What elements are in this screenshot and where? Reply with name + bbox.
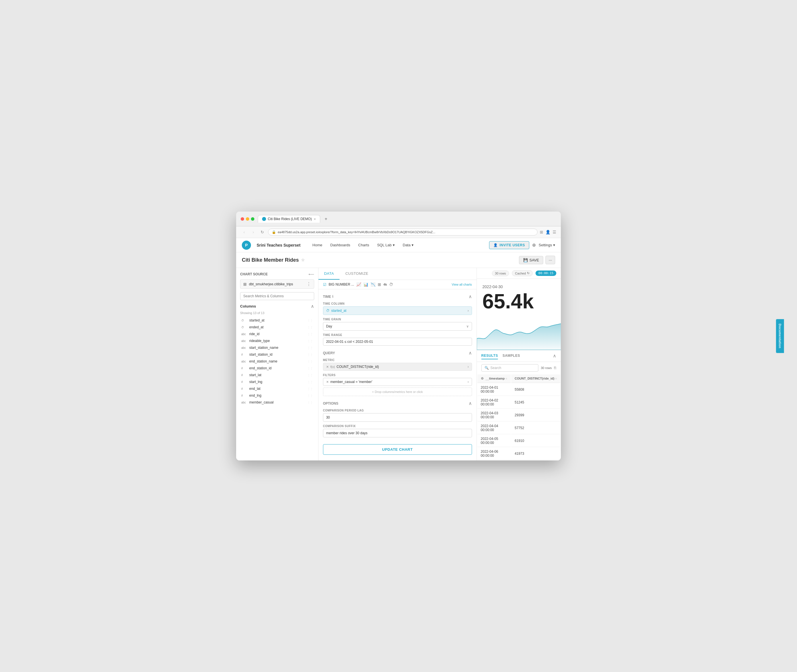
comparison-lag-field: COMPARISON PERIOD LAG <box>323 409 472 422</box>
list-item[interactable]: # end_lng ⋮⋮ <box>240 392 314 399</box>
copy-results-icon[interactable]: ⎘ <box>554 366 556 370</box>
drag-handle-icon[interactable]: ⋮⋮ <box>307 339 313 342</box>
metric-value[interactable]: ✕ f(x) COUNT_DISTINCT(ride_id) › <box>323 363 472 371</box>
datasource-more-icon[interactable]: ⋮ <box>306 281 311 287</box>
line-chart-icon[interactable]: 📈 <box>356 282 361 287</box>
results-rows-count: 30 rows <box>540 366 552 370</box>
bar-chart-icon[interactable]: 📊 <box>364 282 368 287</box>
list-item[interactable]: # start_lat ⋮⋮ <box>240 371 314 378</box>
columns-collapse-icon[interactable]: ∧ <box>311 304 314 309</box>
drag-handle-icon[interactable]: ⋮⋮ <box>307 353 313 356</box>
nav-home[interactable]: Home <box>309 241 326 249</box>
forward-button[interactable]: › <box>250 229 257 235</box>
close-button[interactable] <box>241 217 244 221</box>
cell-count: 29399 <box>511 409 560 421</box>
minimize-button[interactable] <box>246 217 249 221</box>
drag-handle-icon[interactable]: ⋮⋮ <box>307 346 313 349</box>
results-search-box[interactable]: 🔍 Search <box>481 364 538 371</box>
results-tabs: RESULTS SAMPLES <box>481 352 520 359</box>
drag-handle-icon[interactable]: ⋮⋮ <box>307 387 313 390</box>
new-tab-button[interactable]: + <box>325 216 327 222</box>
chart-type-checkbox[interactable]: ☑ <box>323 282 326 287</box>
drag-handle-icon[interactable]: ⋮⋮ <box>307 319 313 322</box>
favorite-icon[interactable]: ☆ <box>301 258 305 262</box>
options-section: Options ∧ COMPARISON PERIOD LAG COMPARIS… <box>323 401 472 437</box>
list-item[interactable]: abc rideable_type ⋮⋮ <box>240 338 314 344</box>
remove-filter-icon[interactable]: ✕ <box>326 380 329 384</box>
menu-icon[interactable]: ☰ <box>553 230 556 234</box>
settings-button[interactable]: Settings ▾ <box>539 243 555 247</box>
grid-icon: ⊞ <box>243 282 247 286</box>
tab-results[interactable]: RESULTS <box>481 352 498 359</box>
area-chart-icon[interactable]: 📉 <box>370 282 375 287</box>
options-section-header: Options ∧ <box>323 401 472 406</box>
drag-handle-icon[interactable]: ⋮⋮ <box>307 333 313 336</box>
tab-data[interactable]: DATA <box>319 268 340 280</box>
back-button[interactable]: ‹ <box>241 229 247 235</box>
drag-handle-icon[interactable]: ⋮⋮ <box>307 367 313 370</box>
sort-icon[interactable]: ≡ <box>555 377 557 380</box>
time-range-label: TIME RANGE <box>323 333 472 336</box>
tab-customize[interactable]: CUSTOMIZE <box>340 268 374 280</box>
list-item[interactable]: # start_station_id ⋮⋮ <box>240 351 314 358</box>
nav-data[interactable]: Data ▾ <box>399 241 417 249</box>
update-chart-button[interactable]: UPDATE CHART <box>323 444 472 455</box>
list-item[interactable]: # end_lat ⋮⋮ <box>240 385 314 392</box>
remove-metric-icon[interactable]: ✕ <box>326 365 329 369</box>
filter-value[interactable]: ✕ member_casual = 'member' › <box>323 378 472 386</box>
add-icon[interactable]: ⊕ <box>532 242 536 248</box>
list-item[interactable]: ⏱ ended_at ⋮⋮ <box>240 324 314 331</box>
viz-panel: 30 rows Cached ↻ 00:00:15 2022-04-30 65.… <box>477 268 561 460</box>
tab-samples[interactable]: SAMPLES <box>502 352 520 359</box>
number-icon[interactable]: 4k <box>383 283 387 286</box>
drag-handle-icon[interactable]: ⋮⋮ <box>307 374 313 377</box>
comparison-lag-input[interactable] <box>323 413 472 422</box>
list-item[interactable]: # end_station_id ⋮⋮ <box>240 365 314 371</box>
refresh-button[interactable]: ↻ <box>259 229 266 235</box>
options-collapse-icon[interactable]: ∧ <box>468 401 472 406</box>
viz-date: 2022-04-30 <box>483 285 555 289</box>
nav-charts[interactable]: Charts <box>355 241 372 249</box>
comparison-suffix-input[interactable] <box>323 429 472 437</box>
filter-drop-zone[interactable]: + Drop columns/metrics here or click <box>323 387 472 396</box>
time-collapse-icon[interactable]: ∧ <box>468 294 472 299</box>
collapse-results-icon[interactable]: ∧ <box>553 353 556 358</box>
list-item[interactable]: abc ride_id ⋮⋮ <box>240 331 314 338</box>
more-options-button[interactable]: ··· <box>545 256 555 264</box>
tab-close-icon[interactable]: ✕ <box>314 218 316 221</box>
list-item[interactable]: ⏱ started_at ⋮⋮ <box>240 317 314 324</box>
datasource-row[interactable]: ⊞ dbt_smukherjee.citibike_trips ⋮ <box>240 279 314 289</box>
query-collapse-icon[interactable]: ∧ <box>468 350 472 356</box>
list-item[interactable]: # start_lng ⋮⋮ <box>240 378 314 385</box>
col-name-label: end_station_name <box>249 359 305 363</box>
drag-handle-icon[interactable]: ⋮⋮ <box>307 394 313 397</box>
clock-chart-icon[interactable]: ⏱ <box>389 282 393 287</box>
extensions-icon[interactable]: ⊞ <box>540 230 543 234</box>
invite-users-button[interactable]: 👤 INVITE USERS <box>489 241 529 249</box>
list-item[interactable]: abc start_station_name ⋮⋮ <box>240 344 314 351</box>
drag-handle-icon[interactable]: ⋮⋮ <box>307 381 313 384</box>
nav-sql-lab[interactable]: SQL Lab ▾ <box>374 241 398 249</box>
profile-icon[interactable]: 👤 <box>545 230 550 234</box>
table-chart-icon[interactable]: ⊞ <box>378 282 381 287</box>
list-item[interactable]: abc end_station_name ⋮⋮ <box>240 358 314 365</box>
save-button[interactable]: 💾 SAVE <box>519 256 544 264</box>
nav-dashboards[interactable]: Dashboards <box>327 241 354 249</box>
refresh-icon[interactable]: ↻ <box>527 271 529 275</box>
time-range-value[interactable]: 2022-04-01 ≤ col < 2022-05-01 <box>323 338 472 346</box>
drag-handle-icon[interactable]: ⋮⋮ <box>307 401 313 404</box>
time-range-field: TIME RANGE 2022-04-01 ≤ col < 2022-05-01 <box>323 333 472 346</box>
search-metrics-input[interactable] <box>240 292 314 300</box>
fullscreen-button[interactable] <box>251 217 254 221</box>
drag-handle-icon[interactable]: ⋮⋮ <box>307 326 313 329</box>
tab-favicon <box>262 217 266 221</box>
time-column-value[interactable]: ⏱ started_at › <box>323 306 472 315</box>
url-bar[interactable]: 🔒 ea4875dd.us2a.app.preset.io/explore/?f… <box>268 229 537 235</box>
time-grain-select[interactable]: Day ∨ <box>323 322 472 331</box>
drag-handle-icon[interactable]: ⋮⋮ <box>307 360 313 363</box>
browser-tab[interactable]: Citi Bike Rides (LIVE DEMO) ✕ <box>258 215 320 223</box>
collapse-sidebar-icon[interactable]: ⟵ <box>308 272 314 277</box>
sort-icon[interactable]: ≡ <box>505 377 507 380</box>
view-all-charts-link[interactable]: View all charts <box>452 283 472 286</box>
list-item[interactable]: abc member_casual ⋮⋮ <box>240 399 314 406</box>
